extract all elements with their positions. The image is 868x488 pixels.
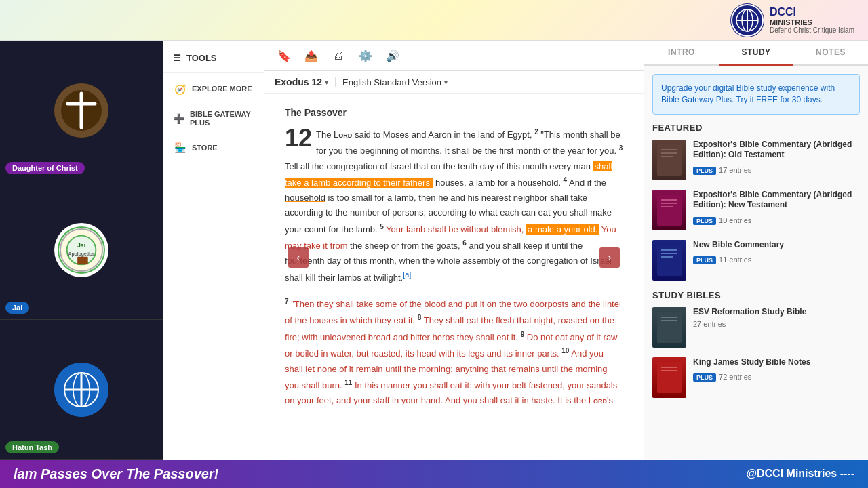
plus-badge-2: PLUS (693, 217, 716, 225)
tool-bible-gateway-plus[interactable]: ➕ BIBLE GATEWAY PLUS (163, 103, 264, 134)
upgrade-banner[interactable]: Upgrade your digital Bible study experie… (652, 74, 860, 115)
top-bar: DCCI MINISTRIES Defend Christ Critique I… (0, 0, 868, 41)
explore-more-label: EXPLORE MORE (192, 85, 252, 94)
ticker-left-text: lam Passes Over The Passover! (0, 466, 232, 482)
commentary-title-1: Expositor's Bible Commentary (Abridged E… (693, 140, 860, 161)
book-name: Exodus 12 (275, 77, 322, 87)
commentary-title-3: New Bible Commentary (693, 240, 860, 251)
bible-text-wrapper: ‹ › The Passover 12 The LORD said to Mos… (285, 107, 623, 408)
plus-circle-icon: ➕ (173, 112, 184, 125)
tools-sidebar: ☰ TOOLS 🧭 EXPLORE MORE ➕ BIBLE GATEWAY P… (163, 41, 264, 460)
bookmark-icon[interactable]: 🔖 (275, 46, 294, 65)
commentary-thumb-3 (652, 240, 686, 281)
book-chevron-icon: ▾ (325, 79, 328, 86)
study-bible-entries-2: 72 entries (719, 373, 751, 381)
bible-book-selector[interactable]: Exodus 12 ▾ (275, 77, 328, 87)
commentary-tabs: INTRO STUDY NOTES (644, 41, 868, 66)
plus-badge-4: PLUS (693, 373, 716, 382)
bible-content: 🔖 📤 🖨 ⚙️ 🔊 Exodus 12 ▾ English Standard … (264, 41, 644, 460)
study-bible-info-2: King James Study Bible Notes PLUS72 entr… (693, 357, 860, 383)
dcci-logo[interactable]: DCCI MINISTRIES Defend Christ Critique I… (730, 3, 854, 37)
entries-2: 10 entries (719, 216, 751, 224)
bible-text-area: ‹ › The Passover 12 The LORD said to Mos… (264, 94, 644, 460)
dcci-circle-icon (730, 3, 764, 37)
svg-rect-19 (657, 144, 682, 176)
commentary-item-1[interactable]: Expositor's Bible Commentary (Abridged E… (652, 140, 860, 180)
prev-chapter-button[interactable]: ‹ (288, 247, 309, 268)
svg-rect-27 (657, 245, 682, 276)
chapter-number: 12 (285, 126, 312, 150)
tab-notes[interactable]: NOTES (793, 41, 868, 64)
upgrade-text: Upgrade your digital Bible study experie… (661, 83, 835, 104)
store-label: STORE (192, 144, 218, 152)
study-bibles-section-title: STUDY BIBLES (652, 290, 860, 300)
commentary-info-3: New Bible Commentary PLUS11 entries (693, 240, 860, 266)
study-bible-item-1[interactable]: ESV Reformation Study Bible 27 entries (652, 307, 860, 348)
passage-title: The Passover (285, 107, 623, 118)
plus-badge-3: PLUS (693, 256, 716, 264)
bible-gateway-plus-label: BIBLE GATEWAY PLUS (190, 110, 254, 127)
study-bible-title-1: ESV Reformation Study Bible (693, 307, 860, 318)
study-bible-item-2[interactable]: King James Study Bible Notes PLUS72 entr… (652, 357, 860, 398)
plus-badge-1: PLUS (693, 167, 716, 175)
tools-list-icon: ☰ (173, 53, 181, 63)
study-bible-title-2: King James Study Bible Notes (693, 357, 860, 368)
bible-version-selector[interactable]: English Standard Version ▾ (335, 77, 448, 87)
profile-hatun-tash[interactable]: Hatun Tash (0, 320, 163, 460)
audio-icon[interactable]: 🔊 (383, 46, 402, 65)
dcci-ministries-label: MINISTRIES (770, 18, 854, 26)
avatar-daughter (54, 83, 108, 138)
print-icon[interactable]: 🖨 (329, 46, 348, 65)
bible-verses-2: 7 "Then they shall take some of the bloo… (285, 296, 623, 408)
tools-label: TOOLS (186, 53, 217, 63)
ticker-right-content: @DCCI Ministries ---- (746, 468, 854, 479)
badge-hatun: Hatun Tash (5, 441, 59, 453)
ticker-right-text: @DCCI Ministries ---- (746, 468, 868, 480)
avatar-jai: Jai Apologetics (54, 223, 108, 277)
bible-version: English Standard Version (342, 77, 441, 87)
profiles-sidebar: Daughter of Christ Jai Apologetics (0, 41, 163, 460)
top-bar-right: DCCI MINISTRIES Defend Christ Critique I… (730, 3, 854, 37)
commentary-thumb-1 (652, 140, 686, 180)
settings-icon[interactable]: ⚙️ (356, 46, 375, 65)
dcci-text: DCCI MINISTRIES Defend Christ Critique I… (770, 6, 854, 34)
entries-3: 11 entries (719, 256, 751, 264)
avatar-hatun (54, 363, 108, 417)
dcci-subtitle-label: Defend Christ Critique Islam (770, 26, 854, 34)
commentary-info-1: Expositor's Bible Commentary (Abridged E… (693, 140, 860, 176)
tools-header: ☰ TOOLS (163, 47, 264, 68)
badge-daughter: Daughter of Christ (5, 162, 85, 174)
commentary-sidebar: INTRO STUDY NOTES Upgrade your digital B… (644, 41, 868, 460)
bible-toolbar: 🔖 📤 🖨 ⚙️ 🔊 (264, 41, 644, 71)
entries-1: 17 entries (719, 166, 751, 174)
main-content: Daughter of Christ Jai Apologetics (0, 41, 868, 460)
study-bible-entries-1: 27 entries (693, 320, 860, 328)
commentary-body: Upgrade your digital Bible study experie… (644, 66, 868, 460)
store-icon: 🏪 (173, 141, 186, 155)
bible-verses: 12 The LORD said to Moses and Aaron in t… (285, 126, 623, 286)
commentary-info-2: Expositor's Bible Commentary (Abridged E… (693, 190, 860, 226)
profile-daughter-of-christ[interactable]: Daughter of Christ (0, 41, 163, 180)
study-bible-info-1: ESV Reformation Study Bible 27 entries (693, 307, 860, 329)
commentary-item-2[interactable]: Expositor's Bible Commentary (Abridged E… (652, 190, 860, 230)
tab-intro[interactable]: INTRO (644, 41, 719, 64)
ticker-left-content: lam Passes Over The Passover! (14, 466, 218, 481)
svg-rect-34 (657, 362, 682, 393)
commentary-item-3[interactable]: New Bible Commentary PLUS11 entries (652, 240, 860, 281)
profile-jai[interactable]: Jai Apologetics Jai (0, 180, 163, 320)
jai-inner-logo: Jai Apologetics (58, 226, 105, 274)
tool-explore-more[interactable]: 🧭 EXPLORE MORE (163, 76, 264, 103)
commentary-thumb-2 (652, 190, 686, 230)
svg-rect-13 (77, 256, 88, 264)
bible-nav: Exodus 12 ▾ English Standard Version ▾ (264, 71, 644, 94)
tab-study[interactable]: STUDY (719, 41, 793, 66)
svg-rect-23 (657, 195, 682, 226)
svg-text:Jai: Jai (77, 242, 85, 249)
badge-jai: Jai (5, 302, 29, 314)
share-icon[interactable]: 📤 (302, 46, 321, 65)
compass-icon: 🧭 (173, 83, 186, 96)
tool-store[interactable]: 🏪 STORE (163, 134, 264, 161)
version-chevron-icon: ▾ (444, 79, 448, 86)
next-chapter-button[interactable]: › (599, 247, 620, 268)
svg-text:Apologetics: Apologetics (68, 251, 95, 256)
